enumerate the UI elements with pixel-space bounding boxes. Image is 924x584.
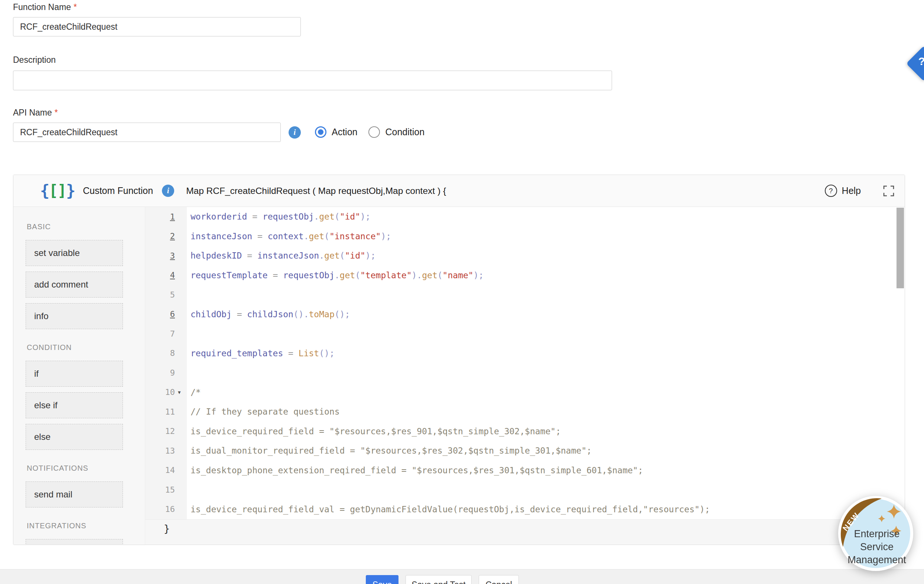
help-tab-icon: ?	[918, 55, 924, 68]
description-input[interactable]	[13, 71, 612, 90]
required-asterisk: *	[54, 108, 58, 117]
cancel-button[interactable]: Cancel	[479, 575, 519, 584]
code-line-8[interactable]: 8required_templates = List();	[145, 344, 905, 363]
palette-section-basic: BASIC	[27, 223, 134, 231]
code-line-15[interactable]: 15	[145, 480, 905, 500]
save-and-test-button[interactable]: Save and Test	[406, 575, 472, 584]
code-line-1[interactable]: 1workorderid = requestObj.get("id");	[145, 207, 905, 227]
line-number: 7	[145, 329, 187, 338]
function-type-radio-group: Action Condition	[315, 126, 424, 138]
help-button[interactable]: ? Help	[825, 185, 861, 197]
api-name-input[interactable]	[13, 122, 281, 142]
custom-function-info-icon[interactable]: i	[162, 185, 174, 197]
code-line-text[interactable]: is_desktop_phone_extension_reqired_field…	[187, 465, 905, 475]
code-line-text[interactable]: instanceJson = context.get("instance");	[187, 232, 905, 241]
line-number: 11	[145, 407, 187, 417]
badge-line-3: Management	[848, 554, 906, 566]
code-line-3[interactable]: 3helpdeskID = instanceJson.get("id");	[145, 246, 905, 266]
palette-section-condition: CONDITION	[27, 343, 134, 352]
line-number[interactable]: 6	[145, 309, 187, 319]
code-line-14[interactable]: 14is_desktop_phone_extension_reqired_fie…	[145, 461, 905, 480]
palette-item-else-if[interactable]: else if	[26, 392, 123, 418]
palette-item-else[interactable]: else	[26, 424, 123, 450]
function-name-input[interactable]	[13, 17, 301, 36]
help-label: Help	[842, 185, 861, 196]
code-line-7[interactable]: 7	[145, 324, 905, 344]
code-line-text[interactable]: is_device_required_field = "$resources,$…	[187, 427, 905, 436]
line-number: 5	[145, 290, 187, 299]
code-line-4[interactable]: 4requestTemplate = requestObj.get("templ…	[145, 266, 905, 285]
palette-section-notifications: NOTIFICATIONS	[27, 464, 134, 473]
palette-item-info[interactable]: info	[26, 303, 123, 329]
code-line-13[interactable]: 13is_dual_monitor_required_field = "$res…	[145, 441, 905, 461]
description-label: Description	[13, 55, 56, 65]
footer-bar: Save Save and Test Cancel	[0, 569, 924, 584]
code-line-12[interactable]: 12is_device_required_field = "$resources…	[145, 422, 905, 441]
description-label-text: Description	[13, 55, 56, 65]
palette-item-send-mail[interactable]: send mail	[26, 481, 123, 508]
code-line-text[interactable]: required_templates = List();	[187, 349, 905, 358]
line-number[interactable]: 2	[145, 232, 187, 241]
fold-toggle-icon[interactable]: ▾	[178, 389, 181, 395]
closing-brace: }	[164, 523, 170, 534]
palette-sidebar: BASICset variableadd commentinfoCONDITIO…	[13, 207, 145, 544]
code-line-16[interactable]: 16is_device_required_field_val = getDyna…	[145, 500, 905, 519]
line-number: 16	[145, 505, 187, 514]
line-number: 9	[145, 368, 187, 377]
code-line-text[interactable]: // If they separate questions	[187, 407, 905, 417]
panel-header: {[]} Custom Function i Map RCF_createChi…	[13, 175, 905, 207]
palette-item-if[interactable]: if	[26, 361, 123, 387]
palette-item-add-comment[interactable]: add comment	[26, 271, 123, 298]
code-line-text[interactable]: helpdeskID = instanceJson.get("id");	[187, 251, 905, 260]
code-line-text[interactable]: childObj = childJson().toMap();	[187, 309, 905, 319]
save-button[interactable]: Save	[366, 575, 398, 584]
code-line-6[interactable]: 6childObj = childJson().toMap();	[145, 304, 905, 324]
page: Function Name* Description API Name* i A…	[0, 0, 924, 584]
radio-action[interactable]: Action	[315, 126, 357, 138]
code-line-text[interactable]: is_dual_monitor_required_field = "$resou…	[187, 446, 905, 455]
function-signature: Map RCF_createChildRequest ( Map request…	[186, 186, 446, 196]
radio-condition-label: Condition	[385, 127, 424, 137]
code-line-10[interactable]: 10▾/*	[145, 383, 905, 402]
panel-title: Custom Function	[83, 185, 153, 196]
line-number: 15	[145, 485, 187, 495]
code-line-text[interactable]: workorderid = requestObj.get("id");	[187, 212, 905, 222]
line-number[interactable]: 1	[145, 212, 187, 222]
api-name-label: API Name*	[13, 108, 58, 118]
code-line-9[interactable]: 9	[145, 363, 905, 383]
footer-buttons: Save Save and Test Cancel	[366, 575, 519, 584]
panel-body: BASICset variableadd commentinfoCONDITIO…	[13, 207, 905, 544]
line-number: 14	[145, 465, 187, 475]
code-line-11[interactable]: 11// If they separate questions	[145, 402, 905, 422]
code-rows: 1workorderid = requestObj.get("id");2ins…	[145, 207, 905, 519]
radio-action-label: Action	[332, 127, 357, 137]
fullscreen-icon[interactable]	[883, 185, 894, 197]
palette-item-set-variable[interactable]: set variable	[26, 240, 123, 266]
line-number: 13	[145, 446, 187, 455]
api-info-icon[interactable]: i	[289, 126, 301, 139]
code-line-text[interactable]: /*	[187, 387, 905, 397]
help-icon: ?	[825, 185, 837, 197]
palette-section-integrations: INTEGRATIONS	[27, 521, 134, 530]
badge-line-2: Service	[860, 541, 894, 553]
function-name-label: Function Name*	[13, 2, 77, 12]
code-line-5[interactable]: 5	[145, 285, 905, 304]
function-name-label-text: Function Name	[13, 2, 71, 12]
line-number: 8	[145, 349, 187, 358]
custom-function-icon: {[]}	[40, 182, 75, 200]
code-line-text[interactable]: requestTemplate = requestObj.get("templa…	[187, 270, 905, 280]
help-tab[interactable]: ?	[906, 46, 924, 81]
code-editor[interactable]: 1workorderid = requestObj.get("id");2ins…	[145, 207, 905, 544]
line-number[interactable]: 4	[145, 270, 187, 280]
required-asterisk: *	[74, 2, 77, 12]
code-footer: }	[145, 519, 905, 544]
radio-unselected-icon[interactable]	[368, 126, 380, 138]
palette-item-webhook[interactable]: webhook	[26, 539, 123, 544]
line-number: 12	[145, 427, 187, 436]
custom-function-panel: {[]} Custom Function i Map RCF_createChi…	[13, 175, 905, 545]
radio-condition[interactable]: Condition	[368, 126, 424, 138]
code-line-2[interactable]: 2instanceJson = context.get("instance");	[145, 227, 905, 246]
radio-selected-icon[interactable]	[315, 126, 327, 138]
code-line-text[interactable]: is_device_required_field_val = getDynami…	[187, 505, 905, 514]
line-number[interactable]: 3	[145, 251, 187, 260]
